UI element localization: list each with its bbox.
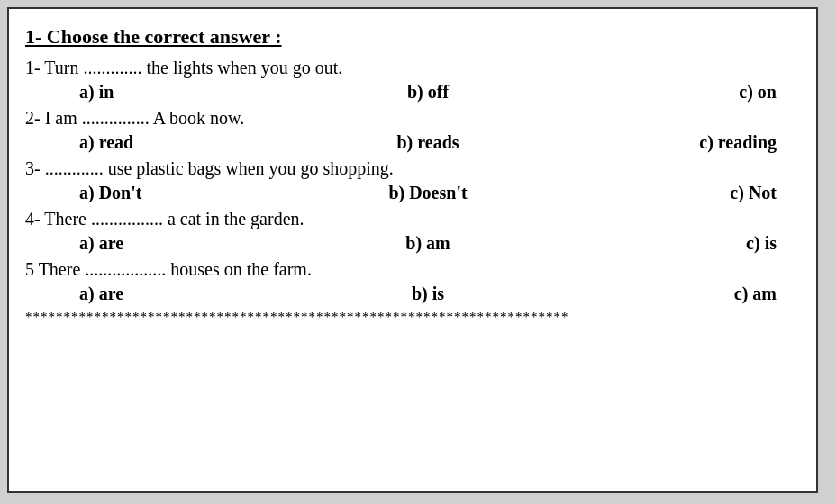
section-title: 1- Choose the correct answer : <box>25 25 795 49</box>
answer-4b: b) am <box>312 233 544 254</box>
answer-3b: b) Doesn't <box>312 183 544 203</box>
answer-2c: c) reading <box>544 132 795 153</box>
exam-page: 1- Choose the correct answer : 1- Turn .… <box>7 7 818 493</box>
answer-1a: a) in <box>25 82 312 103</box>
answers-row-1: a) in b) off c) on <box>25 82 795 103</box>
question-4: 4- There ................ a cat in the g… <box>25 209 795 254</box>
question-4-text: 4- There ................ a cat in the g… <box>25 209 795 230</box>
answer-5c: c) am <box>544 284 795 304</box>
question-2-text: 2- I am ............... A book now. <box>25 108 795 129</box>
divider-stars: ****************************************… <box>25 310 795 325</box>
question-5-text: 5 There .................. houses on the… <box>25 259 795 280</box>
answer-4a: a) are <box>25 233 312 254</box>
answer-5b: b) is <box>312 284 544 304</box>
answers-row-4: a) are b) am c) is <box>25 233 795 254</box>
answer-4c: c) is <box>544 233 795 254</box>
answer-2b: b) reads <box>312 132 544 153</box>
question-1: 1- Turn ............. the lights when yo… <box>25 58 795 103</box>
answers-row-2: a) read b) reads c) reading <box>25 132 795 153</box>
question-5: 5 There .................. houses on the… <box>25 259 795 304</box>
answer-1b: b) off <box>312 82 544 103</box>
answers-row-5: a) are b) is c) am <box>25 284 795 304</box>
answer-3a: a) Don't <box>25 183 312 203</box>
answers-row-3: a) Don't b) Doesn't c) Not <box>25 183 795 203</box>
answer-5a: a) are <box>25 284 312 304</box>
question-2: 2- I am ............... A book now. a) r… <box>25 108 795 153</box>
answer-2a: a) read <box>25 132 312 153</box>
question-3: 3- ............. use plastic bags when y… <box>25 158 795 203</box>
answer-3c: c) Not <box>544 183 795 203</box>
question-3-text: 3- ............. use plastic bags when y… <box>25 158 795 179</box>
question-1-text: 1- Turn ............. the lights when yo… <box>25 58 795 78</box>
answer-1c: c) on <box>544 82 795 103</box>
